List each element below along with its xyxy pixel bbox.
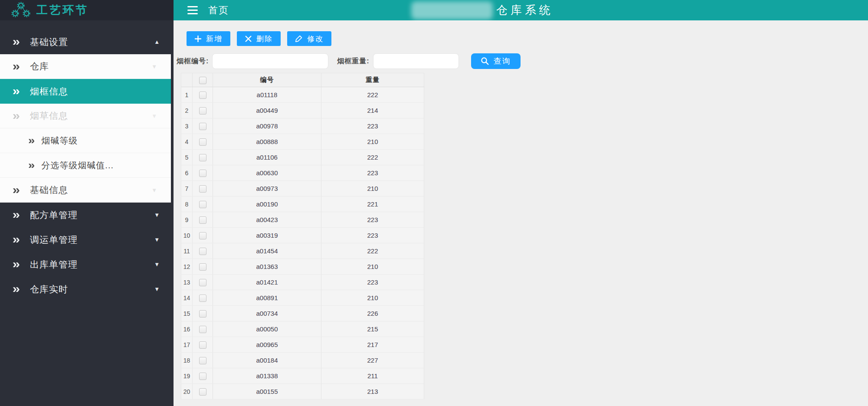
table-row[interactable]: 17 a00965 217 (181, 337, 424, 353)
main-area: 首页 仓库系统 新增 删除 修改 烟框编号: 烟框重量: (174, 0, 868, 406)
frame-code-cell: a00978 (213, 118, 321, 134)
menu-toggle-icon[interactable] (187, 6, 198, 14)
frame-weight-cell: 210 (321, 259, 424, 275)
table-row[interactable]: 14 a00891 210 (181, 290, 424, 306)
sidebar-menu-item[interactable]: » 出库单管理 ▼ (0, 252, 174, 277)
add-button[interactable]: 新增 (187, 31, 230, 46)
row-checkbox[interactable] (199, 107, 206, 115)
frame-weight-cell: 226 (321, 306, 424, 321)
table-row[interactable]: 11 a01454 222 (181, 243, 424, 259)
sidebar-menu-item[interactable]: » 配方单管理 ▼ (0, 203, 174, 227)
weight-column-header: 重量 (321, 73, 424, 87)
row-index: 17 (181, 337, 193, 353)
row-checkbox[interactable] (199, 373, 206, 380)
table-row[interactable]: 10 a00319 223 (181, 228, 424, 243)
frame-code-cell: a00630 (213, 165, 321, 181)
row-select-cell (193, 243, 213, 259)
table-row[interactable]: 7 a00973 210 (181, 181, 424, 196)
frame-code-input[interactable] (212, 53, 328, 69)
frame-weight-cell: 223 (321, 212, 424, 228)
double-chevron-icon: » (13, 209, 20, 221)
sidebar-item-label: 烟框信息 (30, 85, 68, 98)
row-checkbox[interactable] (199, 92, 206, 99)
frame-code-label: 烟框编号: (177, 57, 209, 66)
delete-button-label: 删除 (256, 34, 273, 44)
frame-code-cell: a01106 (213, 150, 321, 165)
table-row[interactable]: 20 a00155 213 (181, 384, 424, 399)
table-row[interactable]: 6 a00630 223 (181, 165, 424, 181)
table-row[interactable]: 12 a01363 210 (181, 259, 424, 275)
row-checkbox[interactable] (199, 232, 206, 239)
row-index: 3 (181, 118, 193, 134)
table-row[interactable]: 18 a00184 227 (181, 353, 424, 368)
double-chevron-icon: » (28, 135, 35, 146)
sidebar-menu-item[interactable]: » 调运单管理 ▼ (0, 227, 174, 252)
row-checkbox[interactable] (199, 357, 206, 364)
frame-weight-input[interactable] (373, 53, 459, 69)
sidebar-menu-item[interactable]: » 基础设置 ▲ (0, 29, 174, 54)
table-row[interactable]: 2 a00449 214 (181, 103, 424, 118)
table-header-row: 编号 重量 (181, 73, 424, 87)
row-checkbox[interactable] (199, 248, 206, 255)
sidebar-menu-item[interactable]: » 分选等级烟碱值... (0, 153, 171, 178)
double-chevron-icon: » (13, 283, 20, 295)
sidebar-item-label: 烟碱等级 (41, 135, 78, 147)
row-checkbox[interactable] (199, 185, 206, 193)
table-row[interactable]: 13 a01421 223 (181, 275, 424, 290)
row-checkbox[interactable] (199, 326, 206, 333)
index-column-header (181, 73, 193, 87)
table-row[interactable]: 9 a00423 223 (181, 212, 424, 228)
table-row[interactable]: 3 a00978 223 (181, 118, 424, 134)
select-all-checkbox[interactable] (199, 77, 206, 84)
frame-code-cell: a00155 (213, 384, 321, 399)
row-checkbox[interactable] (199, 263, 206, 271)
row-select-cell (193, 337, 213, 353)
top-header-bar: 首页 仓库系统 (174, 0, 868, 20)
row-checkbox[interactable] (199, 170, 206, 177)
sidebar-menu-item[interactable]: » 烟草信息 ▼ (0, 104, 171, 128)
sidebar-item-label: 分选等级烟碱值... (41, 160, 114, 171)
row-checkbox[interactable] (199, 154, 206, 161)
sidebar-menu-item[interactable]: » 仓库实时 ▼ (0, 277, 174, 301)
table-row[interactable]: 19 a01338 211 (181, 368, 424, 384)
row-checkbox[interactable] (199, 279, 206, 286)
table-body: 1 a01118 222 2 a00449 214 (181, 87, 424, 399)
row-select-cell (193, 384, 213, 399)
sidebar-menu-item[interactable]: » 烟碱等级 (0, 128, 171, 153)
table-row[interactable]: 1 a01118 222 (181, 87, 424, 103)
row-checkbox[interactable] (199, 341, 206, 349)
double-chevron-icon: » (13, 184, 20, 196)
table-row[interactable]: 15 a00734 226 (181, 306, 424, 321)
frame-weight-cell: 217 (321, 337, 424, 353)
sidebar-menu-item[interactable]: » 仓库 ▼ (0, 54, 171, 79)
row-select-cell (193, 181, 213, 196)
row-checkbox[interactable] (199, 295, 206, 302)
double-chevron-icon: » (13, 85, 20, 97)
query-button[interactable]: 查询 (471, 53, 521, 69)
home-tab[interactable]: 首页 (208, 4, 229, 17)
row-select-cell (193, 150, 213, 165)
row-checkbox[interactable] (199, 310, 206, 318)
frame-code-cell: a01338 (213, 368, 321, 384)
logo-icon (10, 2, 32, 19)
frame-code-cell: a01454 (213, 243, 321, 259)
modify-button[interactable]: 修改 (287, 31, 331, 46)
expand-arrow-icon: ▼ (154, 261, 160, 268)
row-checkbox[interactable] (199, 388, 206, 396)
table-row[interactable]: 4 a00888 210 (181, 134, 424, 150)
row-checkbox[interactable] (199, 201, 206, 208)
code-column-header: 编号 (213, 73, 321, 87)
table-row[interactable]: 16 a00050 215 (181, 321, 424, 337)
row-index: 2 (181, 103, 193, 118)
row-checkbox[interactable] (199, 138, 206, 146)
frame-weight-cell: 222 (321, 87, 424, 103)
sidebar-menu-item[interactable]: » 烟框信息 (0, 79, 171, 104)
row-checkbox[interactable] (199, 216, 206, 224)
frame-weight-cell: 211 (321, 368, 424, 384)
frame-weight-cell: 210 (321, 290, 424, 306)
row-checkbox[interactable] (199, 123, 206, 130)
delete-button[interactable]: 删除 (237, 31, 281, 46)
table-row[interactable]: 8 a00190 221 (181, 196, 424, 212)
table-row[interactable]: 5 a01106 222 (181, 150, 424, 165)
sidebar-menu-item[interactable]: » 基础信息 ▼ (0, 178, 171, 203)
